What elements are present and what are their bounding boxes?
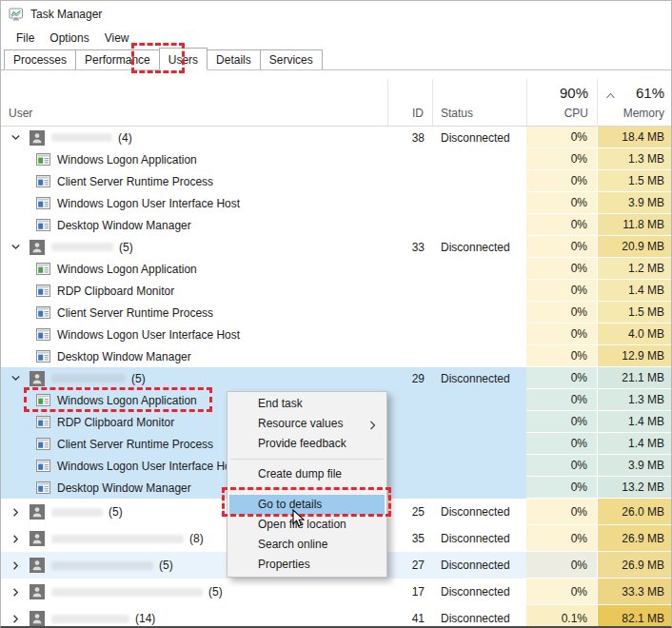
context-menu: End taskResource valuesProvide feedbackC… [227,391,387,578]
menubar-item-file[interactable]: File [9,29,42,48]
window-title: Task Manager [30,8,102,21]
menubar-item-options[interactable]: Options [42,29,96,48]
cpu-cell: 0% [526,455,597,477]
memory-cell: 13.2 MB [597,477,672,499]
user-avatar-icon [30,611,45,626]
status-cell-empty [432,324,526,345]
redacted-user-name [51,561,153,570]
app-window-icon [36,285,50,297]
context-menu-item-open-file-location[interactable]: Open file location [229,515,385,535]
status-cell: Disconnected [432,499,526,525]
tab-services[interactable]: Services [260,49,323,69]
column-header-memory[interactable]: 61% Memory [597,79,672,126]
user-avatar-icon [30,504,45,520]
column-header-id[interactable]: ID [387,79,432,126]
chevron-down-icon[interactable] [1,242,30,252]
redacted-user-name [51,133,112,142]
app-window-icon [36,350,50,363]
user-avatar-icon [30,584,45,599]
sort-ascending-caret-icon [605,87,616,104]
menu-separator [230,459,384,460]
redacted-user-name [51,535,184,543]
cpu-cell: 0% [526,280,597,302]
process-row[interactable]: RDP Clipboard Monitor0%1.4 MB [1,280,672,302]
column-header-cpu[interactable]: 90% CPU [526,79,597,126]
chevron-right-icon[interactable] [1,560,30,571]
context-menu-item-provide-feedback[interactable]: Provide feedback [229,434,385,454]
chevron-down-icon[interactable] [1,373,30,383]
chevron-right-icon[interactable] [1,534,30,544]
user-process-count: (5) [119,241,133,254]
tab-strip: ProcessesPerformanceUsersDetailsServices [1,48,671,70]
status-cell-empty [432,477,526,499]
cpu-cell: 0.1% [526,605,597,628]
process-row[interactable]: Desktop Window Manager0%12.9 MB [1,345,672,367]
chevron-down-icon[interactable] [1,132,30,143]
id-cell: 33 [387,236,432,258]
cpu-cell: 0% [526,214,597,236]
memory-cell: 3.9 MB [597,455,672,477]
user-process-count: (5) [131,372,146,385]
process-row[interactable]: Windows Logon Application0%1.3 MB [1,148,672,170]
chevron-right-icon[interactable] [1,614,30,624]
id-cell-empty [387,324,432,345]
user-process-count: (8) [189,532,204,545]
app-window-icon [36,438,50,450]
user-cell: (5) [1,367,387,389]
cpu-column-label: CPU [564,107,588,120]
user-row[interactable]: (5)29Disconnected0%21.1 MB [1,367,672,389]
redacted-user-name [51,508,103,517]
id-cell: 17 [387,579,432,605]
process-row[interactable]: Windows Logon Application0%1.2 MB [1,258,672,280]
process-row[interactable]: Windows Logon User Interface Host0%4.0 M… [1,324,672,345]
status-cell-empty [432,214,526,236]
user-row[interactable]: (4)38Disconnected0%18.4 MB [1,127,672,148]
status-cell: Disconnected [432,552,526,579]
memory-cell: 26.9 MB [597,525,672,552]
column-header-user[interactable]: User [1,79,387,126]
id-cell-empty [387,477,432,499]
title-bar: Task Manager [1,1,671,28]
memory-cell: 4.0 MB [597,324,672,345]
tab-performance[interactable]: Performance [75,49,160,69]
column-header-status[interactable]: Status [432,79,526,126]
app-window-icon [36,175,50,187]
user-cell: (5) [1,236,387,258]
process-name-cell: Windows Logon Application [1,148,387,170]
chevron-right-icon[interactable] [1,507,30,518]
context-menu-item-properties[interactable]: Properties [229,555,385,575]
user-cell: (14) [1,605,387,628]
tab-details[interactable]: Details [207,49,261,69]
id-cell: 41 [387,605,432,628]
memory-cell: 26.9 MB [597,552,672,579]
context-menu-item-end-task[interactable]: End task [229,394,385,414]
id-cell-empty [387,302,432,324]
tab-users[interactable]: Users [159,48,208,70]
tab-processes[interactable]: Processes [4,49,76,69]
process-row[interactable]: Desktop Window Manager0%11.8 MB [1,214,672,236]
user-row[interactable]: (5)17Disconnected0%33.3 MB [1,579,672,605]
process-row[interactable]: Windows Logon User Interface Host0%3.9 M… [1,192,672,214]
context-menu-item-go-to-details[interactable]: Go to details [229,495,385,515]
cpu-cell: 0% [526,302,597,324]
user-avatar-icon [30,240,45,255]
user-row[interactable]: (14)41Disconnected0.1%82.1 MB [1,605,672,628]
id-cell: 29 [387,367,432,389]
id-cell-empty [387,345,432,367]
task-manager-window: Task Manager FileOptionsView ProcessesPe… [0,0,672,628]
cpu-cell: 0% [526,552,597,579]
user-process-count: (14) [135,612,155,625]
context-menu-item-create-dump-file[interactable]: Create dump file [229,464,385,484]
memory-cell: 1.4 MB [597,280,672,302]
context-menu-item-resource-values[interactable]: Resource values [229,414,385,434]
menubar-item-view[interactable]: View [97,29,137,48]
process-row[interactable]: Client Server Runtime Process0%1.5 MB [1,170,672,192]
context-menu-item-search-online[interactable]: Search online [229,535,385,555]
process-row[interactable]: Client Server Runtime Process0%1.5 MB [1,302,672,324]
user-row[interactable]: (5)33Disconnected0%20.9 MB [1,236,672,258]
user-avatar-icon [30,130,45,146]
column-header-row: User ID Status 90% CPU 61% Memory [1,79,672,127]
chevron-right-icon[interactable] [1,587,30,598]
cpu-cell: 0% [526,499,597,525]
memory-cell: 18.4 MB [597,127,672,148]
